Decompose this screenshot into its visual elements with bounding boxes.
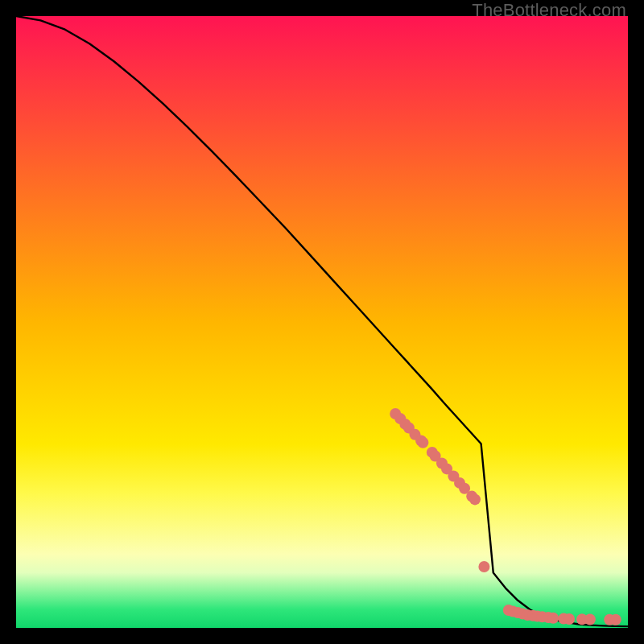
highlight-marker [564, 613, 575, 625]
chart-background [16, 16, 628, 628]
highlight-marker [469, 493, 481, 505]
highlight-marker [547, 613, 559, 624]
highlight-marker [584, 614, 596, 625]
highlight-marker [478, 561, 489, 572]
highlight-marker [417, 437, 428, 448]
watermark-text: TheBottleneck.com [472, 0, 626, 21]
highlight-marker [610, 614, 621, 625]
chart-canvas [16, 16, 628, 628]
